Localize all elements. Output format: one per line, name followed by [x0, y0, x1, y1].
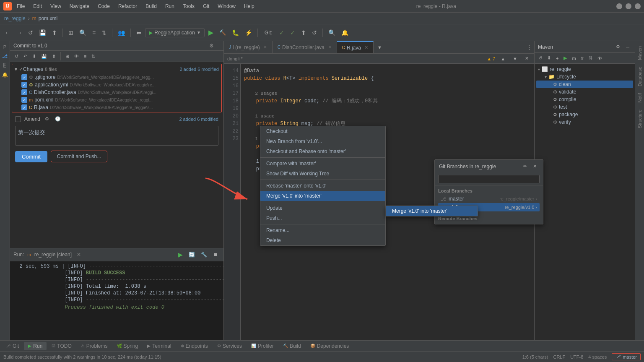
sidebar-notif[interactable]: 🔔 [1, 70, 9, 79]
editor-nav-down[interactable]: ▼ [511, 55, 519, 63]
commit-save-icon[interactable]: 💾 [39, 52, 49, 60]
file-checkbox-pom[interactable]: ✓ [21, 97, 27, 103]
menu-code[interactable]: Code [96, 3, 112, 10]
commit-shelve-icon[interactable]: ⬇ [30, 52, 38, 60]
rsidebar-maven[interactable]: Maven [636, 43, 643, 63]
run-play-icon[interactable]: ▶ [176, 250, 185, 259]
changes-header[interactable]: ▾ ✓ Changes 8 files 2 added 6 modified [13, 65, 221, 73]
bottom-tab-build[interactable]: 🔨 Build [279, 342, 305, 350]
maven-project-root[interactable]: ▾ ⬜ re_reggie [536, 65, 633, 73]
menu-build[interactable]: Build [144, 3, 158, 10]
bottom-tab-problems[interactable]: ⚠ Problems [77, 342, 112, 350]
amend-clock-icon[interactable]: 🕐 [54, 116, 62, 122]
menu-git[interactable]: Git [201, 3, 211, 10]
file-item-gitignore[interactable]: ✓ ⚙ .gitignore D:\WorkSoftware_Workplace… [13, 73, 221, 81]
file-checkbox-rjava[interactable]: ✓ [21, 104, 27, 110]
menu-window[interactable]: Window [216, 3, 237, 10]
profile-button[interactable]: ⚡ [243, 28, 254, 37]
maven-minimize-icon[interactable]: ─ [624, 43, 631, 51]
changes-checkbox[interactable]: ✓ [19, 66, 23, 72]
menu-run[interactable]: Run [164, 3, 176, 10]
minimize-button[interactable] [616, 3, 622, 9]
sidebar-database[interactable]: 🗄 [1, 61, 9, 70]
toolbar-refresh[interactable]: ↺ [26, 28, 35, 37]
editor-nav-up[interactable]: ▲ [499, 55, 507, 63]
run-stop-icon[interactable]: ⏹ [211, 250, 220, 259]
toolbar-filter[interactable]: ≡ [90, 28, 98, 37]
amend-settings-icon[interactable]: ⚙ [44, 116, 50, 122]
maven-clean[interactable]: ⚙ clean [536, 81, 633, 88]
maven-arrows-icon[interactable]: ⇅ [587, 54, 595, 62]
toolbar-back[interactable]: ← [3, 28, 13, 37]
branches-close-icon[interactable]: ✕ [531, 162, 539, 170]
maven-refresh-icon[interactable]: ↺ [536, 54, 544, 62]
ctx-checkout[interactable]: Checkout [260, 126, 385, 136]
bottom-tab-git[interactable]: ⎇ Git [2, 342, 23, 350]
menu-refactor[interactable]: Refactor [117, 3, 139, 10]
global-search[interactable]: 🔍 [326, 28, 338, 37]
ctx-update[interactable]: Update [260, 203, 385, 213]
maven-package[interactable]: ⚙ package [536, 111, 633, 118]
bottom-tab-dependencies[interactable]: 📦 Dependencies [306, 342, 353, 350]
git-push[interactable]: ⬆ [299, 28, 308, 37]
tab-overflow-btn[interactable]: ▼ [375, 44, 384, 51]
bottom-tab-todo[interactable]: ☑ TODO [47, 342, 75, 350]
maven-eye-icon[interactable]: 👁 [595, 54, 604, 62]
maven-lifecycle-root[interactable]: ▾ 📁 Lifecycle [536, 73, 633, 81]
git-check[interactable]: ✓ [277, 28, 286, 37]
merge-submenu-item[interactable]: Merge 'v1.0' into 'master' [386, 206, 478, 216]
toolbar-nav-back[interactable]: ⬅ [134, 28, 143, 37]
file-item-dishcontroller[interactable]: ✓ C DishController.java D:\WorkSoftware_… [13, 89, 221, 96]
maven-download-icon[interactable]: ⬇ [545, 54, 553, 62]
menu-help[interactable]: Help [242, 3, 256, 10]
encoding[interactable]: UTF-8 [570, 354, 583, 359]
menu-file[interactable]: File [15, 3, 26, 10]
maximize-button[interactable] [626, 3, 631, 9]
maven-settings-icon[interactable]: ⚙ [614, 43, 622, 51]
run-close-icon[interactable]: ✕ [75, 252, 83, 258]
file-item-yml[interactable]: ✓ ⚙ application.yml D:\WorkSoftware_Work… [13, 81, 221, 89]
ctx-compare[interactable]: Compare with 'master' [260, 159, 385, 169]
file-item-rjava[interactable]: ✓ C R.java D:\WorkSoftware_Workplace\IDE… [13, 104, 221, 111]
tab-rereggie[interactable]: J l (re_reggie) ✕ [224, 41, 273, 53]
maven-test[interactable]: ⚙ test [536, 103, 633, 111]
rsidebar-structure[interactable]: Structure [636, 106, 643, 132]
commit-message-input[interactable]: 第一次提交 [16, 126, 218, 144]
commit-upload-icon[interactable]: ⬆ [50, 52, 58, 60]
cursor-position[interactable]: 1:6 (5 chars) [522, 354, 548, 359]
commit-panel-minimize-icon[interactable]: ─ [216, 43, 220, 49]
menu-edit[interactable]: Edit [31, 3, 44, 10]
menu-tools[interactable]: Tools [181, 3, 196, 10]
menu-view[interactable]: View [49, 3, 63, 10]
toolbar-search[interactable]: 🔍 [77, 28, 88, 37]
branch-master[interactable]: ⎇ master re_reggie/master › [438, 195, 540, 203]
git-check2[interactable]: ✓ [288, 28, 297, 37]
commit-group-icon[interactable]: ⊞ [63, 52, 71, 60]
branches-edit-icon[interactable]: ✏ [521, 162, 529, 170]
ctx-rename[interactable]: Rename... [260, 225, 385, 235]
editor-close-btn[interactable]: ✕ [523, 55, 531, 63]
debug-button[interactable]: 🐛 [230, 28, 241, 37]
tab-dishcontroller[interactable]: C DishController.java ✕ [273, 41, 337, 53]
ctx-new-branch[interactable]: New Branch from 'v1.0'... [260, 136, 385, 146]
sidebar-commit[interactable]: ⎇ [1, 52, 9, 60]
maven-add-icon[interactable]: + [554, 54, 561, 62]
ctx-delete[interactable]: Delete [260, 235, 385, 245]
run-reload-icon[interactable]: 🔄 [187, 250, 197, 259]
commit-push-button[interactable]: Commit and Push... [51, 151, 107, 162]
sidebar-project[interactable]: P [1, 43, 9, 51]
toolbar-forward[interactable]: → [14, 28, 24, 37]
branch-badge[interactable]: ⎇ master [612, 353, 641, 360]
branches-search-input[interactable] [438, 175, 540, 183]
run-button[interactable]: ▶ [206, 27, 216, 38]
toolbar-save[interactable]: 💾 [37, 28, 48, 37]
commit-expand-icon[interactable]: ⇅ [89, 52, 97, 60]
file-item-pom[interactable]: ✓ m pom.xml D:\WorkSoftware_Workplace\ID… [13, 96, 221, 104]
maven-compile[interactable]: ⚙ compile [536, 96, 633, 103]
bottom-tab-services[interactable]: ⚙ Services [213, 342, 246, 350]
toolbar-sort[interactable]: ⇅ [99, 28, 109, 37]
breadcrumb-project[interactable]: re_reggie [4, 16, 26, 21]
run-wrench-icon[interactable]: 🔧 [199, 250, 209, 259]
maven-m-icon[interactable]: m [570, 54, 578, 62]
bottom-tab-profiler[interactable]: 📊 Profiler [247, 342, 278, 350]
